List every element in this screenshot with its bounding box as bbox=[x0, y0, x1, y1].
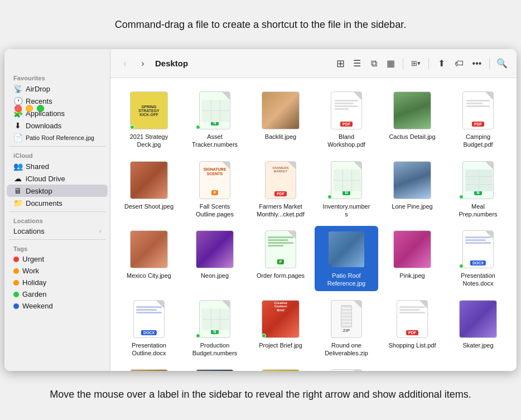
file-item-bland-workshop[interactable]: PDF Bland Workshop.pdf bbox=[315, 87, 378, 152]
file-name-pink: Pink.jpeg bbox=[399, 272, 424, 279]
file-item-lone-pine[interactable]: Lone Pine.jpeg bbox=[380, 157, 444, 222]
file-item-neon[interactable]: Neon.jpeg bbox=[183, 226, 247, 291]
file-name-skater: Skater.jpeg bbox=[462, 341, 493, 349]
file-item-strategy[interactable]: SPRINGSTRATEGYKICK-OFF 2021 Strategy Dec… bbox=[117, 87, 181, 152]
sidebar-item-patio-roof-ref[interactable]: 📄 Patio Roof Reference.jpg bbox=[7, 132, 108, 144]
column-view-button[interactable]: ⧉ bbox=[366, 56, 382, 71]
file-name-cactus: Cactus Detail.jpg bbox=[389, 133, 435, 141]
locations-arrow: › bbox=[99, 228, 101, 234]
file-item-fall-scents[interactable]: SIGNATURESCENTS P Fall Scents Outline.pa… bbox=[183, 157, 247, 222]
sidebar-item-locations[interactable]: Locations › bbox=[7, 225, 108, 237]
sidebar-item-weekend-label: Weekend bbox=[22, 302, 101, 310]
file-name-shopping-list: Shopping List.pdf bbox=[388, 341, 436, 349]
file-item-skater[interactable]: Skater.jpeg bbox=[446, 296, 510, 361]
cloud-icon: ☁ bbox=[13, 174, 22, 183]
favourites-label: Favourites bbox=[4, 71, 110, 83]
file-name-desert-shoot: Desert Shoot.jpeg bbox=[124, 202, 173, 210]
grid-view-button[interactable]: ⊞ bbox=[332, 56, 348, 71]
file-item-shopping-list[interactable]: PDF Shopping List.pdf bbox=[380, 296, 444, 361]
status-dot-strategy bbox=[130, 125, 134, 129]
more-button[interactable]: ••• bbox=[469, 56, 485, 71]
file-item-round-one[interactable]: ZIP Round one Deliverables.zip bbox=[315, 296, 378, 361]
file-name-fall-scents: Fall Scents Outline.pages bbox=[190, 202, 240, 219]
sidebar-item-airdrop-label: AirDrop bbox=[26, 85, 101, 93]
sidebar-item-work[interactable]: Work bbox=[7, 265, 108, 277]
file-item-production-budget[interactable]: N Production Budget.numbers bbox=[183, 296, 247, 361]
group-icon: ⊞ bbox=[411, 59, 417, 67]
file-name-lone-pine: Lone Pine.jpeg bbox=[392, 202, 432, 210]
sidebar-item-documents-label: Documents bbox=[26, 199, 101, 207]
sidebar: Favourites 📡 AirDrop 🕐 Recents 🧩 Applica… bbox=[4, 49, 110, 371]
toolbar-sep-3 bbox=[489, 58, 490, 69]
file-item-inventory[interactable]: N Inventory.numbers bbox=[315, 157, 378, 222]
sidebar-item-recents-label: Recents bbox=[26, 97, 101, 105]
status-dot-prod-budget bbox=[196, 334, 200, 338]
status-dot-inventory bbox=[327, 195, 332, 199]
file-name-asset-tracker: Asset Tracker.numbers bbox=[190, 133, 240, 149]
sidebar-item-icloud-drive-label: iCloud Drive bbox=[26, 175, 101, 183]
file-item-meal-prep[interactable]: N Meal Prep.numbers bbox=[446, 157, 510, 222]
window-title: Desktop bbox=[155, 59, 188, 68]
sidebar-item-icloud-drive[interactable]: ☁ iCloud Drive bbox=[7, 172, 108, 185]
file-name-meal-prep: Meal Prep.numbers bbox=[453, 202, 503, 219]
file-name-project-brief: Project Brief.jpg bbox=[259, 341, 302, 349]
file-name-order-form: Order form.pages bbox=[257, 272, 305, 279]
file-name-strategy: 2021 Strategy Deck.jpg bbox=[124, 133, 174, 149]
group-button[interactable]: ⊞ ▾ bbox=[408, 56, 424, 71]
sidebar-item-downloads[interactable]: ⬇ Downloads bbox=[7, 119, 108, 132]
download-icon: ⬇ bbox=[13, 121, 22, 130]
docs-icon: 📁 bbox=[13, 199, 22, 207]
file-item-farmers-market[interactable]: FARMERSMARKET PDF Farmers Market Monthly… bbox=[249, 157, 312, 222]
sidebar-item-weekend[interactable]: Weekend bbox=[7, 300, 108, 312]
sidebar-item-airdrop[interactable]: 📡 AirDrop bbox=[7, 83, 108, 95]
sidebar-item-shared[interactable]: 👥 Shared bbox=[7, 160, 108, 172]
minimize-button[interactable] bbox=[26, 105, 33, 112]
back-button[interactable]: ‹ bbox=[117, 56, 133, 71]
tooltip-top: Command-drag a file to create a shortcut… bbox=[0, 0, 521, 50]
icloud-label: iCloud bbox=[4, 149, 110, 160]
sidebar-item-desktop[interactable]: 🖥 Desktop bbox=[7, 185, 108, 197]
file-item-cactus[interactable]: Cactus Detail.jpg bbox=[380, 87, 444, 152]
file-item-pink[interactable]: Pink.jpeg bbox=[380, 226, 444, 291]
file-item-camping-budget[interactable]: PDF Camping Budget.pdf bbox=[446, 87, 510, 152]
sidebar-item-holiday[interactable]: Holiday bbox=[7, 277, 108, 288]
status-dot-project-brief bbox=[262, 334, 266, 338]
file-item-presentation-outline[interactable]: DOCX Presentation Outline.docx bbox=[117, 296, 181, 361]
sidebar-item-work-label: Work bbox=[22, 267, 101, 275]
search-button[interactable]: 🔍 bbox=[494, 56, 510, 71]
file-item-backlit[interactable]: Backlit.jpeg bbox=[249, 87, 312, 152]
sidebar-item-garden-label: Garden bbox=[22, 290, 101, 298]
urgent-dot bbox=[13, 257, 19, 262]
close-button[interactable] bbox=[15, 105, 22, 112]
sidebar-item-shared-label: Shared bbox=[26, 162, 101, 171]
file-name-round-one: Round one Deliverables.zip bbox=[321, 341, 372, 358]
tooltip-bottom: Move the mouse over a label in the sideb… bbox=[0, 370, 521, 420]
sidebar-item-documents[interactable]: 📁 Documents bbox=[7, 197, 108, 209]
file-icon: 📄 bbox=[13, 133, 22, 142]
forward-button[interactable]: › bbox=[135, 56, 151, 71]
traffic-lights bbox=[15, 105, 44, 112]
maximize-button[interactable] bbox=[37, 105, 44, 112]
file-item-presentation-notes[interactable]: DOCX Presentation Notes.docx bbox=[446, 226, 510, 291]
toolbar-sep-1 bbox=[403, 58, 403, 69]
sidebar-item-garden[interactable]: Garden bbox=[7, 288, 108, 300]
view-buttons: ⊞ ☰ ⧉ ▦ bbox=[332, 56, 398, 71]
gallery-view-button[interactable]: ▦ bbox=[383, 56, 398, 71]
file-item-asset-tracker[interactable]: N Asset Tracker.numbers bbox=[183, 87, 247, 152]
status-dot-meal-prep bbox=[459, 195, 464, 199]
file-item-order-form[interactable]: P Order form.pages bbox=[249, 226, 312, 291]
file-item-desert-shoot[interactable]: Desert Shoot.jpeg bbox=[117, 157, 181, 222]
file-name-production-budget: Production Budget.numbers bbox=[190, 341, 240, 358]
shared-icon: 👥 bbox=[13, 162, 22, 171]
file-item-mexico-city[interactable]: Mexico City.jpeg bbox=[117, 226, 181, 291]
file-name-mexico-city: Mexico City.jpeg bbox=[127, 272, 171, 279]
tag-button[interactable]: 🏷 bbox=[451, 56, 467, 71]
share-button[interactable]: ⬆ bbox=[433, 56, 449, 71]
file-item-project-brief[interactable]: CreativeContentBrief Project Brief.jpg bbox=[249, 296, 312, 361]
file-item-patio-roof[interactable]: Patio Roof Reference.jpg bbox=[315, 226, 378, 291]
airdrop-icon: 📡 bbox=[13, 84, 22, 93]
sidebar-item-urgent[interactable]: Urgent bbox=[7, 253, 108, 265]
clock-icon: 🕐 bbox=[13, 96, 22, 105]
sidebar-item-holiday-label: Holiday bbox=[22, 278, 101, 287]
list-view-button[interactable]: ☰ bbox=[349, 56, 365, 71]
